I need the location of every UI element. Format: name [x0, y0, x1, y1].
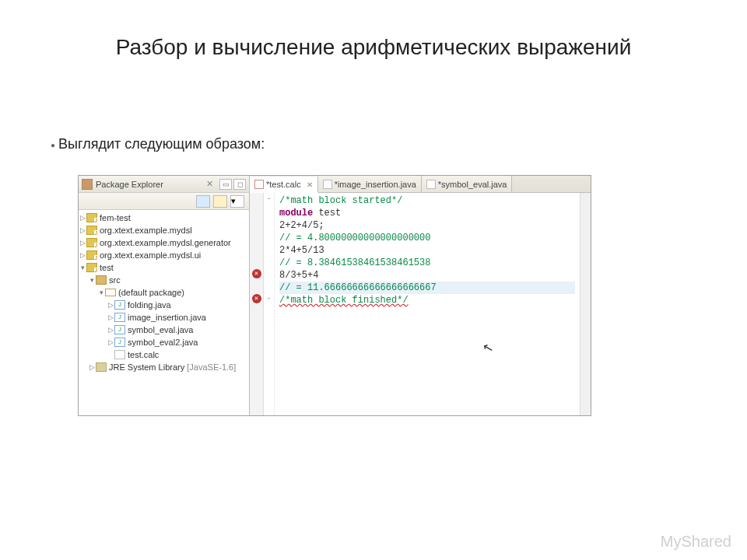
tree-file[interactable]: ▷symbol_eval2.java [79, 336, 249, 348]
link-editor-button[interactable] [213, 195, 227, 208]
editor-panel: *test.calc✕ *image_insertion.java *symbo… [250, 176, 591, 415]
slide-title: Разбор и вычисление арифметических выраж… [0, 35, 747, 60]
tree-file[interactable]: ▷folding.java [79, 299, 249, 311]
java-file-icon [426, 180, 436, 189]
slide-subtitle: Выглядит следующим образом: [51, 136, 265, 152]
tree-project[interactable]: ▷fem-test [79, 212, 249, 224]
package-explorer-toolbar: ▾ [79, 193, 249, 210]
close-icon[interactable]: ✕ [303, 180, 313, 189]
error-marker-icon[interactable]: ✕ [252, 294, 261, 303]
package-explorer-header: Package Explorer ✕ ▭ ◻ [79, 176, 249, 193]
tree-project[interactable]: ▾test [79, 261, 249, 274]
watermark: MyShared [661, 533, 731, 551]
tree-project[interactable]: ▷org.xtext.example.mydsl [79, 224, 249, 236]
error-gutter: ✕ ✕ [250, 193, 264, 415]
tree-file[interactable]: ▷symbol_eval.java [79, 324, 249, 336]
package-explorer-icon [82, 179, 93, 190]
tree-src-folder[interactable]: ▾src [79, 274, 249, 286]
editor-tab[interactable]: *test.calc✕ [250, 177, 318, 193]
package-explorer-panel: Package Explorer ✕ ▭ ◻ ▾ ▷fem-test ▷org.… [79, 176, 250, 415]
editor-tab[interactable]: *image_insertion.java [318, 176, 422, 192]
code-editor[interactable]: ✕ ✕ -- /*math block started*/ module tes… [250, 193, 591, 415]
maximize-button[interactable]: ◻ [233, 179, 246, 190]
ide-screenshot: Package Explorer ✕ ▭ ◻ ▾ ▷fem-test ▷org.… [78, 175, 591, 416]
fold-gutter: -- [264, 193, 275, 415]
tree-project[interactable]: ▷org.xtext.example.mydsl.generator [79, 236, 249, 249]
project-tree[interactable]: ▷fem-test ▷org.xtext.example.mydsl ▷org.… [79, 210, 249, 415]
editor-tabs: *test.calc✕ *image_insertion.java *symbo… [250, 176, 591, 193]
code-content[interactable]: /*math block started*/ module test 2+2+4… [275, 193, 580, 415]
close-icon[interactable]: ✕ [202, 179, 218, 189]
editor-tab[interactable]: *symbol_eval.java [422, 176, 513, 192]
package-explorer-title: Package Explorer [96, 180, 202, 189]
tree-package[interactable]: ▾(default package) [79, 286, 249, 299]
tree-file[interactable]: ▷image_insertion.java [79, 311, 249, 324]
tree-file[interactable]: test.calc [79, 348, 249, 361]
file-icon [254, 180, 264, 189]
java-file-icon [323, 180, 332, 189]
tree-project[interactable]: ▷org.xtext.example.mydsl.ui [79, 249, 249, 261]
collapse-all-button[interactable] [196, 195, 210, 208]
overview-ruler[interactable] [580, 193, 591, 415]
error-marker-icon[interactable]: ✕ [252, 269, 261, 278]
view-menu-button[interactable]: ▾ [230, 195, 244, 208]
tree-library[interactable]: ▷JRE System Library [JavaSE-1.6] [79, 361, 249, 373]
minimize-button[interactable]: ▭ [219, 179, 232, 190]
